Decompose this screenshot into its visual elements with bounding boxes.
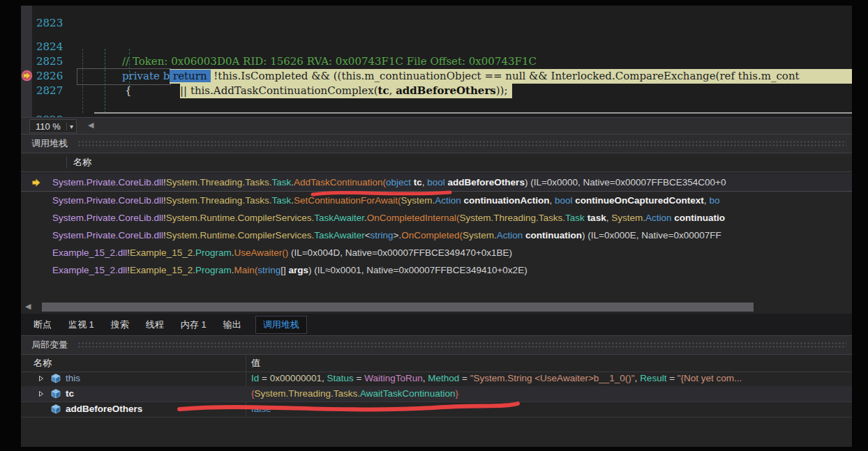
code-line[interactable]: 2823 [21,6,852,16]
frame-text: Example_15_2.dll!Example_15_2.Program.Ma… [52,265,527,275]
callstack-panel: 调用堆栈 名称 System.Private.CoreLib.dll!Syste… [21,134,852,314]
name-column-header: 名称 [73,153,91,171]
variable-name: addBeforeOthers [66,402,142,417]
scroll-left-icon[interactable]: ◀ [88,121,93,130]
editor-bottom-bar: 110 % ▾ ◀ [21,117,852,134]
callstack-frame-row[interactable]: System.Private.CoreLib.dll!System.Thread… [21,174,852,192]
frame-text: System.Private.CoreLib.dll!System.Thread… [52,195,719,206]
code-line[interactable]: 2825 private bool AddTaskContinuation(ob… [21,40,852,54]
callstack-frame-row[interactable]: System.Private.CoreLib.dll!System.Runtim… [21,209,852,227]
variable-row-this[interactable]: this Id = 0x00000001, Status = WaitingTo… [21,371,852,387]
execution-highlight[interactable]: return !this.IsCompleted && ((this.m_con… [170,69,852,84]
tab-threads[interactable]: 线程 [146,319,164,331]
object-cube-icon [50,388,61,399]
variable-name: this [66,371,80,386]
name-column-header: 名称 [33,355,52,372]
code-text: !this.IsCompleted && ((this.m_continuati… [211,70,800,82]
tab-breakpoints[interactable]: 断点 [33,319,52,331]
frame-text: System.Private.CoreLib.dll!System.Runtim… [52,213,725,223]
debugger-window: 2823 2824 // Token: 0x06003D0A RID: 1562… [0,0,868,451]
zoom-level-value: 110 % [30,121,66,132]
current-frame-arrow-icon [31,177,42,188]
execution-highlight-wrap[interactable]: || this.AddTaskContinuationComplex(tc, a… [180,84,512,98]
tab-memory-1[interactable]: 内存 1 [181,319,207,331]
callstack-frame-row[interactable]: System.Private.CoreLib.dll!System.Runtim… [21,227,852,244]
variable-row-tc[interactable]: tc {System.Threading.Tasks.AwaitTaskCont… [21,386,852,402]
variable-value: false [251,402,852,417]
value-column-header: 值 [251,355,260,372]
panel-grip-texture [77,342,846,349]
variable-value: Id = 0x00000001, Status = WaitingToRun, … [251,371,852,386]
breakpoint-current-line-icon[interactable] [21,70,33,82]
callstack-panel-title: 调用堆栈 [31,137,68,150]
expander-icon[interactable] [38,390,45,397]
locals-column-header[interactable]: 名称 值 [21,355,852,372]
callstack-frame-row[interactable]: System.Private.CoreLib.dll!System.Thread… [21,192,852,209]
code-line[interactable]: 2826 { [21,54,852,69]
frame-text: Example_15_2.dll!Example_15_2.Program.Us… [52,247,512,258]
object-cube-icon [50,404,61,415]
code-line[interactable]: 2824 // Token: 0x06003D0A RID: 15626 RVA… [21,25,852,40]
code-text: || this.AddTaskContinuationComplex(tc, a… [180,84,508,97]
locals-panel: 局部变量 名称 值 this Id = 0x00000001, Status =… [21,335,852,447]
callstack-frame-row[interactable]: Example_15_2.dll!Example_15_2.Program.Us… [21,244,852,261]
object-cube-icon [50,373,61,384]
callstack-column-header[interactable]: 名称 [21,153,852,172]
horizontal-scrollbar[interactable]: ◀ [24,302,849,312]
expander-icon[interactable] [38,375,45,382]
variable-name: tc [66,386,74,402]
frame-text: System.Private.CoreLib.dll!System.Thread… [52,177,726,188]
editor-separator-line [94,112,852,114]
locals-panel-header[interactable]: 局部变量 [21,336,852,355]
tab-output[interactable]: 输出 [223,319,241,331]
variable-row-addbeforeothers[interactable]: addBeforeOthers false [21,402,852,418]
locals-panel-title: 局部变量 [31,339,68,351]
panel-grip-texture [77,140,846,147]
tab-search[interactable]: 搜索 [111,319,129,331]
callstack-frame-row[interactable]: Example_15_2.dll!Example_15_2.Program.Ma… [21,261,852,279]
tab-watch-1[interactable]: 监视 1 [68,319,94,331]
frame-text: System.Private.CoreLib.dll!System.Runtim… [52,230,721,240]
chevron-down-icon[interactable]: ▾ [66,123,76,130]
column-divider [66,156,67,169]
variable-value: {System.Threading.Tasks.AwaitTaskContinu… [251,386,852,402]
zoom-level-control[interactable]: 110 % ▾ [29,119,77,133]
scrollbar-thumb[interactable] [42,303,754,312]
line-number: 2827 [36,84,73,98]
selected-word[interactable]: return [170,70,211,82]
debug-tool-tabs: 断点 监视 1 搜索 线程 内存 1 输出 调用堆栈 [21,314,852,335]
code-editor[interactable]: 2823 2824 // Token: 0x06003D0A RID: 1562… [21,6,852,117]
callstack-panel-header[interactable]: 调用堆栈 [21,135,852,153]
tab-callstack-active[interactable]: 调用堆栈 [255,316,307,334]
scroll-left-icon[interactable]: ◀ [25,302,31,311]
